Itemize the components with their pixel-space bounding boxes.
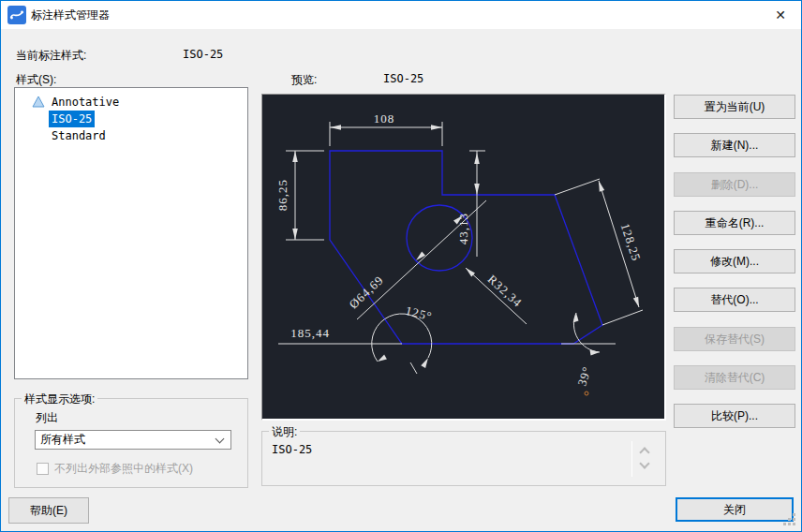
hide-xref-checkbox[interactable]: [37, 463, 49, 475]
window-title: 标注样式管理器: [31, 1, 110, 29]
preview-style-value: ISO-25: [383, 72, 423, 85]
dim-text-slant: 128,25: [618, 221, 644, 262]
description-scroll: [631, 441, 656, 477]
dimension-style-manager-dialog: 标注样式管理器 ✕ 当前标注样式: ISO-25 样式(S): 预览: ISO-…: [0, 0, 802, 532]
help-button[interactable]: 帮助(E): [8, 497, 89, 524]
description-text: ISO-25: [272, 443, 312, 456]
display-options-group: 样式显示选项: 列出 所有样式 不列出外部参照中的样式(X): [14, 398, 248, 488]
def-point-marker: [585, 392, 588, 395]
list-label: 列出: [36, 410, 58, 426]
scroll-down-icon[interactable]: [639, 458, 649, 468]
hide-xref-checkbox-label: 不列出外部参照中的样式(X): [54, 461, 193, 477]
description-group: 说明: ISO-25: [261, 431, 666, 486]
list-item-label-selected: ISO-25: [49, 111, 95, 127]
style-listbox[interactable]: Annotative ISO-25 Standard: [14, 87, 248, 379]
chevron-down-icon: [215, 435, 225, 444]
dimension-preview-panel: 108 86,25 43,13 128,25 Ø64,69 R32,34 125…: [261, 94, 666, 421]
preview-label: 预览:: [291, 72, 317, 88]
current-style-label: 当前标注样式:: [16, 48, 86, 64]
clear-override-button[interactable]: 清除替代(C): [674, 365, 795, 390]
styles-label: 样式(S):: [16, 72, 56, 88]
scroll-up-icon[interactable]: [639, 447, 649, 457]
list-filter-value: 所有样式: [40, 433, 85, 446]
list-item-annotative[interactable]: Annotative: [15, 94, 247, 111]
dim-text-angle-right: 39°: [574, 364, 594, 388]
display-options-group-label: 样式显示选项:: [22, 392, 97, 407]
save-override-button[interactable]: 保存替代(S): [674, 327, 795, 351]
override-button[interactable]: 替代(O)...: [674, 288, 795, 312]
app-icon: [7, 6, 26, 24]
dim-text-bottom: 185,44: [290, 326, 330, 340]
resize-grip[interactable]: [793, 523, 795, 525]
compare-button[interactable]: 比较(P)...: [674, 404, 795, 428]
annotative-icon: [32, 96, 45, 109]
dimension-preview-drawing: 108 86,25 43,13 128,25 Ø64,69 R32,34 125…: [262, 95, 662, 417]
close-icon[interactable]: ✕: [760, 1, 801, 29]
delete-button[interactable]: 删除(D)...: [674, 172, 795, 197]
dim-text-step: 43,13: [456, 213, 470, 244]
description-group-label: 说明:: [269, 424, 300, 440]
list-filter-dropdown[interactable]: 所有样式: [35, 430, 231, 450]
current-style-value: ISO-25: [183, 48, 223, 61]
new-button[interactable]: 新建(N)...: [674, 133, 795, 157]
dim-text-left: 86,25: [275, 179, 290, 211]
dim-text-diameter: Ø64,69: [346, 273, 386, 311]
title-bar: 标注样式管理器 ✕: [1, 1, 801, 29]
set-current-button[interactable]: 置为当前(U): [674, 95, 795, 119]
dim-text-top: 108: [374, 111, 395, 126]
dim-text-angle-left: 125°: [404, 303, 433, 323]
close-button[interactable]: 关闭: [676, 497, 794, 522]
list-item-iso25[interactable]: ISO-25: [15, 111, 247, 127]
modify-button[interactable]: 修改(M)...: [674, 249, 795, 273]
rename-button[interactable]: 重命名(R)...: [674, 211, 795, 235]
list-item-label: Standard: [49, 127, 109, 144]
list-item-label: Annotative: [49, 94, 122, 111]
list-item-standard[interactable]: Standard: [15, 127, 247, 144]
